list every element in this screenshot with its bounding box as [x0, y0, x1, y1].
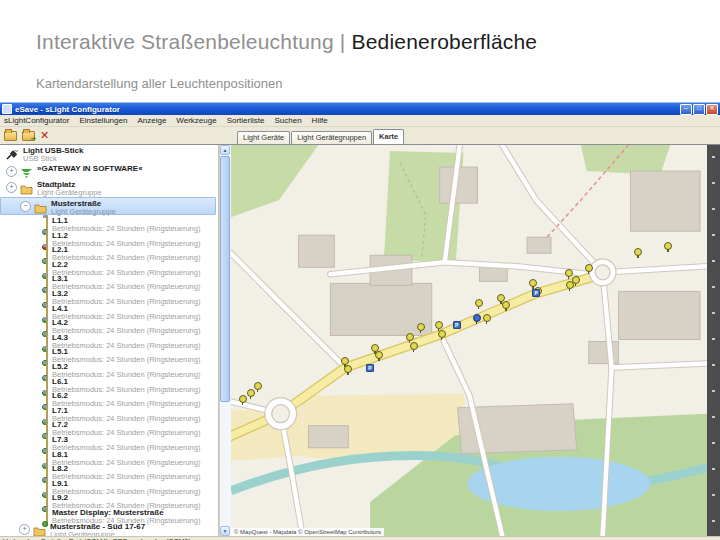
tree-item-sub: Light Gerätegruppe — [37, 189, 102, 197]
marker-stem — [347, 372, 349, 375]
folder-icon — [33, 523, 46, 536]
window-content: Light USB-Stick USB Stick + »GATEWAY IN … — [0, 144, 720, 536]
marker-stem — [588, 271, 590, 274]
tree-lamp-item[interactable]: L9.1 Betriebsmodus: 24 Stunden (Ringsteu… — [0, 478, 218, 493]
tree-item-sub: Light Gerätegruppe — [50, 531, 145, 536]
light-position-marker[interactable] — [375, 351, 383, 361]
map-zoom-slider[interactable] — [707, 145, 720, 536]
light-position-marker[interactable]: P — [366, 364, 374, 374]
slide-title: Interaktive Straßenbeleuchtung|Bedienero… — [36, 30, 537, 54]
tree-lamp-item[interactable]: L1.1 Betriebsmodus: 24 Stunden (Ringsteu… — [0, 215, 218, 230]
light-position-marker[interactable] — [502, 301, 510, 311]
maximize-button[interactable]: □ — [693, 104, 705, 115]
tree-lamp-item[interactable]: L4.3 Betriebsmodus: 24 Stunden (Ringsteu… — [0, 332, 218, 347]
tree-scrollbar[interactable]: ▲ ▼ — [219, 145, 231, 536]
tree-lamp-list: L1.1 Betriebsmodus: 24 Stunden (Ringsteu… — [0, 215, 218, 507]
tree-lamp-item[interactable]: L2.2 Betriebsmodus: 24 Stunden (Ringsteu… — [0, 259, 218, 274]
app-icon — [2, 104, 12, 114]
light-position-marker[interactable] — [572, 276, 580, 286]
tree-lamp-item[interactable]: L3.1 Betriebsmodus: 24 Stunden (Ringsteu… — [0, 273, 218, 288]
marker-stem — [569, 288, 571, 291]
minimize-button[interactable]: ─ — [680, 104, 692, 115]
menu-item[interactable]: Hilfe — [312, 116, 328, 125]
light-position-marker[interactable] — [254, 382, 262, 392]
tree-lamp-item[interactable]: L7.2 Betriebsmodus: 24 Stunden (Ringsteu… — [0, 419, 218, 434]
expander-icon[interactable]: + — [6, 182, 17, 193]
marker-stem — [637, 255, 639, 258]
map-graphic — [231, 145, 707, 536]
tree-group-stadtplatz[interactable]: + Stadtplatz Light Gerätegruppe — [0, 179, 218, 197]
tree-lamp-item[interactable]: L7.1 Betriebsmodus: 24 Stunden (Ringsteu… — [0, 405, 218, 420]
import-folder-icon[interactable]: ➜ — [22, 130, 35, 141]
map-canvas[interactable]: P P P © MapQuest - Mapdata © OpenStreetM… — [231, 145, 707, 536]
tree-lamp-item[interactable]: L9.2 Betriebsmodus: 24 Stunden (Ringsteu… — [0, 492, 218, 507]
view-tab[interactable]: Karte — [373, 129, 404, 144]
light-position-marker[interactable] — [417, 323, 425, 333]
tree-item-sub: Light Gerätegruppe — [51, 208, 116, 216]
tree-lamp-item[interactable]: L4.2 Betriebsmodus: 24 Stunden (Ringsteu… — [0, 317, 218, 332]
marker-stem — [476, 321, 478, 324]
open-folder-icon[interactable] — [4, 130, 17, 141]
tree-lamp-item[interactable]: L8.2 Betriebsmodus: 24 Stunden (Ringsteu… — [0, 463, 218, 478]
tree-lamp-item[interactable]: L5.1 Betriebsmodus: 24 Stunden (Ringsteu… — [0, 346, 218, 361]
marker-stem — [420, 330, 422, 333]
slide-subtitle: Kartendarstellung aller Leuchtenposition… — [36, 76, 537, 91]
view-tabs: Light GeräteLight GerätegruppenKarte — [237, 127, 405, 144]
menu-item[interactable]: Sortierliste — [227, 116, 265, 125]
view-tab[interactable]: Light Geräte — [237, 131, 290, 144]
expander-icon[interactable]: + — [19, 524, 30, 535]
marker-stem — [441, 337, 443, 340]
light-position-marker[interactable] — [344, 365, 352, 375]
light-position-marker[interactable] — [634, 248, 642, 258]
light-position-marker[interactable]: P — [453, 321, 461, 331]
slide-title-separator: | — [334, 30, 352, 53]
tree-lamp-item[interactable]: L8.1 Betriebsmodus: 24 Stunden (Ringsteu… — [0, 449, 218, 464]
marker-stem — [667, 249, 669, 252]
tree-lamp-item[interactable]: L6.1 Betriebsmodus: 24 Stunden (Ringsteu… — [0, 376, 218, 391]
light-position-marker[interactable] — [664, 242, 672, 252]
tree-lamp-item[interactable]: L2.1 Betriebsmodus: 24 Stunden (Ringsteu… — [0, 244, 218, 259]
tree-lamp-item[interactable]: L3.2 Betriebsmodus: 24 Stunden (Ringsteu… — [0, 288, 218, 303]
marker-stem — [478, 306, 480, 309]
scrollbar-thumb[interactable] — [220, 156, 230, 402]
close-button[interactable]: ✕ — [706, 104, 718, 115]
marker-stem — [242, 402, 244, 405]
light-position-marker[interactable] — [473, 314, 481, 324]
tree-usb-stick[interactable]: Light USB-Stick USB Stick — [0, 145, 218, 163]
tree-lamp-item[interactable]: L6.2 Betriebsmodus: 24 Stunden (Ringsteu… — [0, 390, 218, 405]
tree-lamp-item[interactable]: L7.3 Betriebsmodus: 24 Stunden (Ringsteu… — [0, 434, 218, 449]
window-title: eSave - sLight Configurator — [15, 105, 680, 114]
scroll-up-icon[interactable]: ▲ — [220, 145, 230, 155]
tree-lamp-item[interactable]: L5.2 Betriebsmodus: 24 Stunden (Ringsteu… — [0, 361, 218, 376]
slide-title-left: Interaktive Straßenbeleuchtung — [36, 30, 334, 53]
scroll-down-icon[interactable]: ▼ — [220, 526, 230, 536]
expander-icon[interactable]: + — [6, 166, 17, 177]
light-position-marker[interactable] — [239, 395, 247, 405]
window-titlebar[interactable]: eSave - sLight Configurator ─ □ ✕ — [0, 103, 720, 115]
tree-lamp-item[interactable]: L4.1 Betriebsmodus: 24 Stunden (Ringsteu… — [0, 303, 218, 318]
marker-stem — [505, 308, 507, 311]
light-position-marker[interactable] — [475, 299, 483, 309]
light-position-marker[interactable] — [438, 330, 446, 340]
menu-item[interactable]: sLightConfigurator — [4, 116, 69, 125]
delete-icon[interactable]: ✕ — [40, 130, 49, 141]
menu-item[interactable]: Anzeige — [137, 116, 166, 125]
view-tab[interactable]: Light Gerätegruppen — [291, 131, 372, 144]
light-position-marker[interactable] — [483, 314, 491, 324]
menu-bar: sLightConfiguratorEinstellungenAnzeigeWe… — [0, 115, 720, 127]
light-position-marker[interactable] — [410, 342, 418, 352]
menu-item[interactable]: Einstellungen — [79, 116, 127, 125]
tree-lamp-item[interactable]: L1.2 Betriebsmodus: 24 Stunden (Ringsteu… — [0, 230, 218, 245]
expander-icon[interactable]: − — [20, 201, 31, 212]
device-tree: Light USB-Stick USB Stick + »GATEWAY IN … — [0, 145, 219, 536]
tree-gateway[interactable]: + »GATEWAY IN SOFTWARE« — [0, 163, 218, 179]
light-position-marker[interactable]: P — [532, 289, 540, 299]
tree-master-display[interactable]: Master Display: Musterstraße Betriebsmod… — [0, 507, 218, 522]
light-position-marker[interactable] — [585, 264, 593, 274]
menu-item[interactable]: Suchen — [274, 116, 301, 125]
status-bar: Verbunden: Serieller-Port (COM4); GPS: v… — [0, 536, 720, 540]
tree-group-selected[interactable]: − Musterstraße Light Gerätegruppe — [0, 197, 216, 215]
marker-stem — [486, 321, 488, 324]
menu-item[interactable]: Werkzeuge — [176, 116, 216, 125]
tree-item-sub: USB Stick — [23, 155, 83, 163]
